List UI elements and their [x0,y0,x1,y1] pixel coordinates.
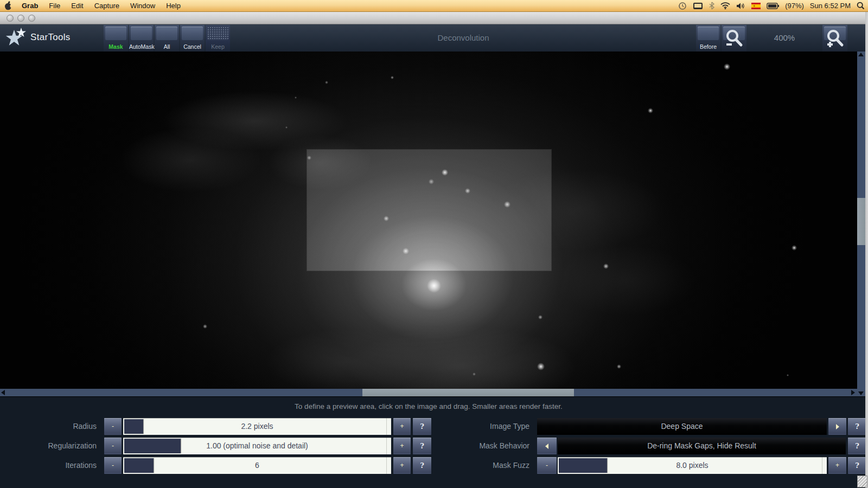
zoom-level: 400% [748,24,821,52]
mask-behavior-prev-button[interactable] [537,438,557,454]
menu-clock[interactable]: Sun 6:52 PM [810,2,851,10]
horizontal-scrollbar-thumb[interactable] [362,389,574,396]
preview-hint: To define a preview area, click on the i… [0,402,857,410]
mask-fuzz-slider[interactable]: 8.0 pixels [558,457,827,474]
automask-button[interactable]: AutoMask [129,25,154,52]
module-title: Deconvolution [231,24,696,52]
vertical-scrollbar[interactable] [857,52,865,396]
window-right-border [865,12,868,488]
display-icon[interactable] [693,2,703,10]
vertical-scrollbar-thumb[interactable] [857,198,865,245]
mask-fuzz-value: 8.0 pixels [558,457,827,474]
image-viewport[interactable] [0,52,857,389]
scroll-down-icon[interactable] [858,391,864,395]
resize-grip-icon[interactable] [857,476,867,487]
mask-behavior-help-button[interactable]: ? [848,438,866,454]
mask-behavior-field[interactable]: De-ring Mask Gaps, Hide Result [558,438,846,454]
cancel-button[interactable]: Cancel [180,25,205,52]
regularization-label: Regularization [0,438,97,454]
mask-fuzz-minus-button[interactable]: - [537,457,557,474]
preview-area-rectangle[interactable] [307,150,551,271]
iterations-plus-button[interactable]: + [393,457,411,474]
mask-behavior-label: Mask Behavior [432,438,529,454]
controls-panel: To define a preview area, click on the i… [0,396,865,488]
menu-bar: Grab File Edit Capture Window Help [0,0,868,12]
app-name: StarTools [30,32,71,43]
regularization-help-button[interactable]: ? [413,438,431,454]
radius-minus-button[interactable]: - [104,418,122,435]
menu-item-file[interactable]: File [43,0,66,11]
battery-percent: (97%) [785,2,804,10]
close-button[interactable] [7,15,14,22]
image-type-help-button[interactable]: ? [848,418,866,435]
iterations-slider[interactable]: 6 [123,457,391,474]
menu-item-grab[interactable]: Grab [16,0,43,11]
zoom-in-icon [825,29,845,48]
horizontal-scrollbar[interactable] [0,389,857,396]
screen: Grab File Edit Capture Window Help [0,0,868,488]
volume-icon[interactable] [736,2,745,10]
startools-logo: StarTools [5,27,71,48]
radius-help-button[interactable]: ? [413,418,431,435]
zoom-out-button[interactable] [722,25,746,52]
before-button[interactable]: Before [696,25,720,52]
mask-fuzz-plus-button[interactable]: + [828,457,846,474]
scroll-left-icon[interactable] [1,390,5,395]
mask-fuzz-label: Mask Fuzz [432,457,529,474]
iterations-minus-button[interactable]: - [104,457,122,474]
radius-value: 2.2 pixels [123,418,391,435]
menu-item-capture[interactable]: Capture [89,0,125,11]
window-title-bar[interactable] [0,12,868,24]
image-type-field[interactable]: Deep Space [537,418,827,435]
image-type-label: Image Type [432,418,529,435]
menu-item-window[interactable]: Window [125,0,161,11]
scroll-right-icon[interactable] [851,390,855,395]
regularization-slider[interactable]: 1.00 (optimal noise and detail) [123,438,391,454]
spain-flag-icon[interactable] [751,3,761,9]
startools-star-icon [5,27,28,48]
iterations-label: Iterations [0,457,97,474]
scroll-up-icon[interactable] [858,53,864,56]
keep-button[interactable]: Keep [206,25,230,52]
prev-option-icon [545,444,548,449]
battery-icon[interactable] [767,3,779,9]
apple-menu-icon[interactable] [0,1,16,10]
regularization-minus-button[interactable]: - [104,438,122,454]
iterations-help-button[interactable]: ? [413,457,431,474]
zoom-out-icon [724,29,744,48]
bluetooth-icon[interactable] [709,2,714,10]
image-type-next-button[interactable] [828,418,846,435]
time-machine-icon[interactable] [678,2,687,10]
regularization-plus-button[interactable]: + [393,438,411,454]
spotlight-icon[interactable] [857,2,865,10]
regularization-value: 1.00 (optimal noise and detail) [123,438,391,454]
wifi-icon[interactable] [720,2,730,9]
all-button[interactable]: All [155,25,179,52]
menu-item-help[interactable]: Help [161,0,186,11]
radius-slider[interactable]: 2.2 pixels [123,418,391,435]
radius-plus-button[interactable]: + [393,418,411,435]
next-option-icon [836,424,839,429]
zoom-window-button[interactable] [28,15,35,22]
menu-status-area: (97%) Sun 6:52 PM [678,0,865,11]
minimize-button[interactable] [17,15,24,22]
mask-button[interactable]: Mask [104,25,128,52]
mask-fuzz-help-button[interactable]: ? [848,457,866,474]
iterations-value: 6 [123,457,391,474]
zoom-in-button[interactable] [822,25,847,52]
menu-item-edit[interactable]: Edit [66,0,88,11]
radius-label: Radius [0,418,97,435]
toolbar: StarTools Mask AutoMask All Cancel Keep … [0,24,868,52]
